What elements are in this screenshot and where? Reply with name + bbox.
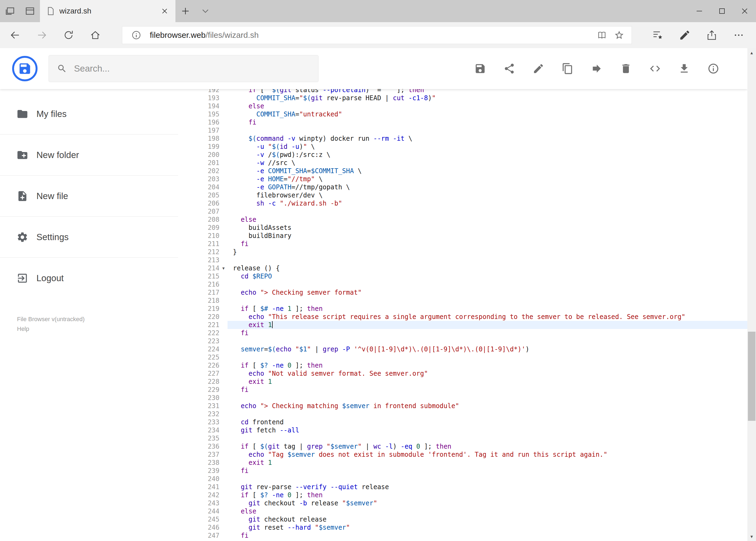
browser-tab[interactable]: wizard.sh — [40, 0, 175, 22]
code-line-244[interactable]: 244 else — [194, 507, 747, 515]
code-line-223[interactable]: 223 — [194, 337, 747, 345]
line-number[interactable]: 196 — [194, 118, 219, 126]
code-line-234[interactable]: 234 git fetch --all — [194, 426, 747, 434]
code-line-247[interactable]: 247 fi — [194, 532, 747, 540]
info-button[interactable] — [704, 59, 723, 78]
reading-view-button[interactable] — [593, 27, 611, 43]
line-number[interactable]: 198 — [194, 135, 219, 143]
code-line-236[interactable]: 236 if [ $(git tag | grep "$semver" | wc… — [194, 442, 747, 450]
scrollbar-thumb[interactable] — [748, 332, 755, 421]
code-line-200[interactable]: 200 -v /$(pwd):/src:z \ — [194, 151, 747, 159]
code-line-232[interactable]: 232 — [194, 410, 747, 418]
code-line-212[interactable]: 212} — [194, 248, 747, 256]
code-line-204[interactable]: 204 -e GOPATH=//tmp/gopath \ — [194, 183, 747, 191]
raw-view-button[interactable] — [645, 59, 665, 78]
set-tabs-aside-button[interactable] — [0, 0, 20, 22]
code-line-197[interactable]: 197 — [194, 126, 747, 135]
line-number[interactable]: 192 — [194, 89, 219, 94]
code-line-216[interactable]: 216 — [194, 280, 747, 288]
tab-close-button[interactable] — [159, 5, 170, 17]
line-number[interactable]: 195 — [194, 110, 219, 118]
code-line-192[interactable]: 192 if [ "$(git status --porcelain)" = "… — [194, 89, 747, 94]
code-line-228[interactable]: 228 exit 1 — [194, 377, 747, 386]
sidebar-item-new-file[interactable]: New file — [0, 176, 194, 217]
code-line-226[interactable]: 226 if [ $? -ne 0 ]; then — [194, 361, 747, 369]
line-number[interactable]: 234 — [194, 426, 219, 434]
code-line-221[interactable]: 221 exit 1 — [194, 321, 747, 329]
line-number[interactable]: 241 — [194, 483, 219, 491]
address-bar[interactable]: filebrowser.web/files/wizard.sh — [122, 26, 632, 44]
line-number[interactable]: 197 — [194, 126, 219, 135]
line-number[interactable]: 208 — [194, 216, 219, 224]
forward-button[interactable] — [28, 24, 55, 46]
line-number[interactable]: 213 — [194, 256, 219, 264]
line-number[interactable]: 203 — [194, 175, 219, 183]
line-number[interactable]: 230 — [194, 394, 219, 402]
code-line-224[interactable]: 224 semver=$(echo "$1" | grep -P '^v(0|[… — [194, 345, 747, 353]
line-number[interactable]: 247 — [194, 532, 219, 540]
line-number[interactable]: 237 — [194, 450, 219, 459]
scroll-up-arrow-icon[interactable]: ▲ — [750, 48, 754, 57]
line-number[interactable]: 217 — [194, 288, 219, 296]
line-number[interactable]: 227 — [194, 369, 219, 377]
code-line-206[interactable]: 206 sh -c "./wizard.sh -b" — [194, 199, 747, 208]
code-line-220[interactable]: 220 echo "This release script requires a… — [194, 313, 747, 321]
filebrowser-logo[interactable] — [12, 56, 38, 81]
code-line-207[interactable]: 207 — [194, 208, 747, 216]
copy-button[interactable] — [558, 59, 577, 78]
sidebar-item-logout[interactable]: Logout — [0, 258, 194, 299]
code-line-243[interactable]: 243 git checkout -b release "$semver" — [194, 499, 747, 507]
share-file-button[interactable] — [500, 59, 519, 78]
hub-button[interactable] — [644, 24, 671, 46]
line-number[interactable]: 205 — [194, 191, 219, 199]
line-number[interactable]: 233 — [194, 418, 219, 426]
code-line-210[interactable]: 210 buildBinary — [194, 232, 747, 240]
share-button[interactable] — [698, 24, 725, 46]
code-line-235[interactable]: 235 — [194, 434, 747, 442]
add-favorite-button[interactable] — [611, 27, 628, 43]
line-number[interactable]: 220 — [194, 313, 219, 321]
code-line-198[interactable]: 198 $(command -v winpty) docker run --rm… — [194, 135, 747, 143]
code-line-209[interactable]: 209 buildAssets — [194, 224, 747, 232]
line-number[interactable]: 235 — [194, 434, 219, 442]
maximize-button[interactable] — [711, 0, 733, 22]
line-number[interactable]: 225 — [194, 353, 219, 361]
line-number[interactable]: 216 — [194, 280, 219, 288]
line-number[interactable]: 231 — [194, 402, 219, 410]
more-button[interactable] — [725, 24, 752, 46]
line-number[interactable]: 218 — [194, 296, 219, 305]
web-note-button[interactable] — [671, 24, 698, 46]
code-line-230[interactable]: 230 — [194, 394, 747, 402]
minimize-button[interactable] — [688, 0, 711, 22]
sidebar-item-new-folder[interactable]: New folder — [0, 135, 194, 176]
code-line-233[interactable]: 233 cd frontend — [194, 418, 747, 426]
code-line-242[interactable]: 242 if [ $? -ne 0 ]; then — [194, 491, 747, 499]
search-box[interactable] — [49, 55, 319, 82]
site-info-button[interactable] — [127, 27, 145, 43]
sidebar-item-settings[interactable]: Settings — [0, 217, 194, 258]
code-line-215[interactable]: 215 cd $REPO — [194, 272, 747, 280]
refresh-button[interactable] — [55, 24, 82, 46]
line-number[interactable]: 202 — [194, 167, 219, 175]
line-number[interactable]: 226 — [194, 361, 219, 369]
line-number[interactable]: 238 — [194, 459, 219, 467]
home-button[interactable] — [82, 24, 109, 46]
code-line-213[interactable]: 213 — [194, 256, 747, 264]
code-line-225[interactable]: 225 — [194, 353, 747, 361]
code-line-196[interactable]: 196 fi — [194, 118, 747, 126]
code-line-195[interactable]: 195 COMMIT_SHA="untracked" — [194, 110, 747, 118]
code-line-222[interactable]: 222 fi — [194, 329, 747, 337]
move-button[interactable] — [587, 59, 607, 78]
line-number[interactable]: 224 — [194, 345, 219, 353]
line-number[interactable]: 193 — [194, 94, 219, 102]
close-window-button[interactable] — [733, 0, 756, 22]
tab-preview-toggle[interactable] — [195, 0, 215, 22]
search-input[interactable] — [74, 64, 310, 74]
line-number[interactable]: 200 — [194, 151, 219, 159]
line-number[interactable]: 245 — [194, 515, 219, 523]
page-scrollbar[interactable]: ▲ ▼ — [747, 48, 756, 541]
code-line-240[interactable]: 240 — [194, 475, 747, 483]
code-line-194[interactable]: 194 else — [194, 102, 747, 110]
line-number[interactable]: 232 — [194, 410, 219, 418]
line-number[interactable]: 209 — [194, 224, 219, 232]
